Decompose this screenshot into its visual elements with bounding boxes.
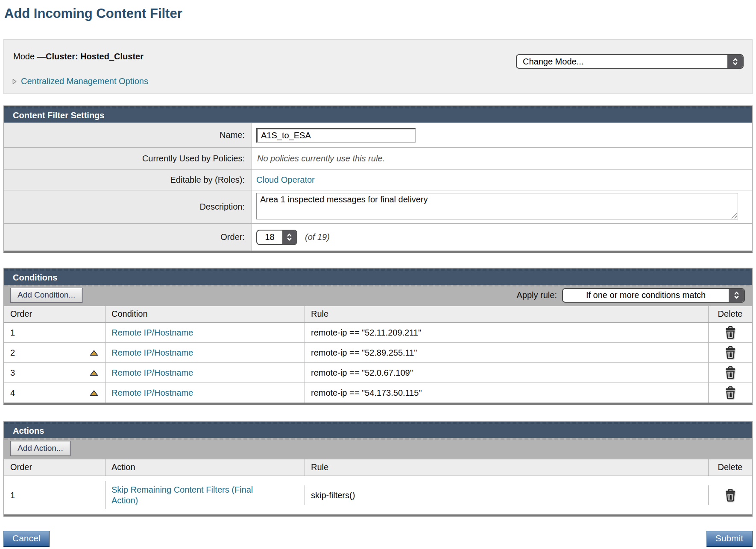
disclosure-triangle-icon[interactable] <box>12 79 17 85</box>
conditions-header: Conditions <box>4 269 752 285</box>
action-link[interactable]: Skip Remaining Content Filters (Final Ac… <box>111 481 279 509</box>
move-up-icon[interactable] <box>90 390 98 396</box>
order-row: Order: 18 (of 19) <box>4 223 752 251</box>
order-label: Order: <box>4 224 252 251</box>
trash-icon <box>725 386 736 399</box>
name-label: Name: <box>4 123 252 147</box>
trash-icon <box>725 346 736 359</box>
actions-table-header: Order Action Rule Delete <box>4 459 752 476</box>
delete-condition-button[interactable] <box>724 345 737 360</box>
condition-rule: remote-ip == "52.0.67.109" <box>305 363 708 383</box>
change-mode-select-value: Change Mode... <box>517 55 727 68</box>
delete-condition-button[interactable] <box>724 365 737 380</box>
description-row: Description: Area 1 inspected messages f… <box>4 190 752 223</box>
condition-row: 1 Remote IP/Hostname remote-ip == "52.11… <box>4 323 752 343</box>
apply-rule-label: Apply rule: <box>517 290 557 300</box>
condition-row: 3 Remote IP/Hostname remote-ip == "52.0.… <box>4 363 752 383</box>
delete-condition-button[interactable] <box>724 385 737 400</box>
delete-action-button[interactable] <box>724 488 737 502</box>
apply-rule-select[interactable]: If one or more conditions match <box>562 288 745 303</box>
mode-label: Mode <box>13 52 35 61</box>
cancel-button[interactable]: Cancel <box>3 531 50 547</box>
name-input[interactable] <box>256 128 416 143</box>
col-delete: Delete <box>708 306 752 322</box>
select-spinner-icon <box>282 231 296 244</box>
move-up-icon[interactable] <box>90 370 98 376</box>
add-condition-button[interactable]: Add Condition... <box>10 288 82 303</box>
page-title: Add Incoming Content Filter <box>4 6 753 21</box>
mode-value: —Cluster: Hosted_Cluster <box>37 52 144 61</box>
roles-row: Editable by (Roles): Cloud Operator <box>4 169 752 190</box>
description-label: Description: <box>4 190 252 223</box>
conditions-toolbar: Add Condition... Apply rule: If one or m… <box>4 285 752 306</box>
apply-rule-select-value: If one or more conditions match <box>563 289 729 302</box>
apply-rule-group: Apply rule: If one or more conditions ma… <box>517 288 745 303</box>
roles-label: Editable by (Roles): <box>4 170 252 190</box>
condition-link[interactable]: Remote IP/Hostname <box>111 368 193 378</box>
col-condition: Condition <box>105 306 305 322</box>
condition-order: 4 <box>10 388 15 398</box>
condition-row: 4 Remote IP/Hostname remote-ip == "54.17… <box>4 383 752 403</box>
actions-header: Actions <box>4 422 752 438</box>
col-order: Order <box>4 459 105 476</box>
col-rule: Rule <box>305 306 708 322</box>
description-textarea[interactable]: Area 1 inspected messages for final deli… <box>256 193 738 219</box>
footer-bar: Cancel Submit <box>3 531 753 549</box>
submit-button[interactable]: Submit <box>706 531 753 547</box>
select-spinner-icon <box>727 55 743 68</box>
condition-rule: remote-ip == "52.89.255.11" <box>305 343 708 362</box>
col-rule: Rule <box>305 459 708 476</box>
condition-order: 2 <box>10 348 15 358</box>
condition-rule: remote-ip == "52.11.209.211" <box>305 323 708 342</box>
trash-icon <box>725 489 736 502</box>
condition-link[interactable]: Remote IP/Hostname <box>111 388 193 398</box>
action-order: 1 <box>10 491 15 500</box>
trash-icon <box>725 366 736 379</box>
col-order: Order <box>4 306 105 322</box>
condition-row: 2 Remote IP/Hostname remote-ip == "52.89… <box>4 343 752 363</box>
condition-link[interactable]: Remote IP/Hostname <box>111 328 193 338</box>
policies-value: No policies currently use this rule. <box>256 154 385 164</box>
move-up-icon[interactable] <box>90 350 98 356</box>
policies-row: Currently Used by Policies: No policies … <box>4 147 752 169</box>
page: Add Incoming Content Filter Mode—Cluster… <box>3 0 753 549</box>
change-mode-select[interactable]: Change Mode... <box>516 54 744 69</box>
content-filter-settings-header: Content Filter Settings <box>4 106 752 123</box>
delete-condition-button[interactable] <box>724 325 737 340</box>
action-row: 1 Skip Remaining Content Filters (Final … <box>4 476 752 514</box>
condition-order: 3 <box>10 368 15 378</box>
order-select-value: 18 <box>257 231 282 244</box>
cloud-operator-link[interactable]: Cloud Operator <box>256 175 315 185</box>
trash-icon <box>725 326 736 339</box>
conditions-section: Conditions Add Condition... Apply rule: … <box>3 268 753 405</box>
add-action-button[interactable]: Add Action... <box>10 441 70 456</box>
centralized-management-row: Centralized Management Options <box>12 76 148 86</box>
actions-section: Actions Add Action... Order Action Rule … <box>3 421 753 517</box>
col-action: Action <box>105 459 305 476</box>
mode-line: Mode—Cluster: Hosted_Cluster <box>13 52 144 61</box>
order-of-total: (of 19) <box>305 232 330 242</box>
condition-order: 1 <box>10 328 15 338</box>
centralized-management-options-link[interactable]: Centralized Management Options <box>21 76 148 86</box>
condition-rule: remote-ip == "54.173.50.115" <box>305 383 708 403</box>
content-filter-settings-section: Content Filter Settings Name: Currently … <box>3 105 753 253</box>
col-delete: Delete <box>708 459 752 476</box>
select-spinner-icon <box>729 289 744 302</box>
order-select[interactable]: 18 <box>256 230 297 245</box>
name-row: Name: <box>4 123 752 147</box>
actions-toolbar: Add Action... <box>4 438 752 459</box>
conditions-table-header: Order Condition Rule Delete <box>4 306 752 323</box>
mode-panel: Mode—Cluster: Hosted_Cluster Change Mode… <box>3 39 753 94</box>
condition-link[interactable]: Remote IP/Hostname <box>111 348 193 358</box>
action-rule: skip-filters() <box>305 485 708 505</box>
policies-label: Currently Used by Policies: <box>4 148 252 169</box>
